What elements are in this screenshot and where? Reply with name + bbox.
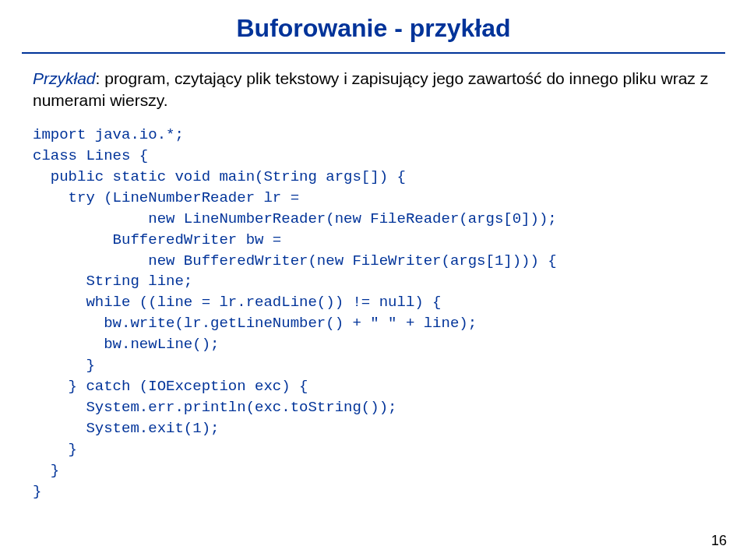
page-title: Buforowanie - przykład — [0, 0, 747, 52]
intro-text: : program, czytający plik tekstowy i zap… — [33, 69, 708, 109]
title-underline — [22, 52, 725, 54]
intro-paragraph: Przykład: program, czytający plik teksto… — [33, 68, 714, 112]
intro-label: Przykład — [33, 69, 96, 87]
page-number: 16 — [711, 533, 727, 549]
code-block: import java.io.*; class Lines { public s… — [33, 125, 714, 502]
